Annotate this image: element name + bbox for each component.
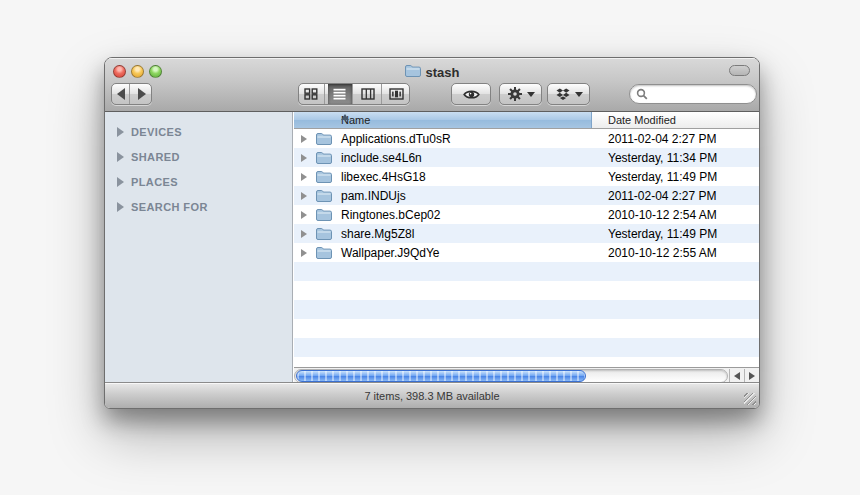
- main-content: DEVICES SHARED PLACES SEARCH FOR Name: [105, 112, 759, 384]
- disclosure-triangle-icon[interactable]: [301, 192, 307, 200]
- list-header: Name Date Modified: [294, 112, 760, 129]
- sidebar-label: PLACES: [131, 176, 178, 188]
- forward-button[interactable]: [133, 84, 151, 104]
- coverflow-view-button[interactable]: [385, 84, 410, 104]
- file-date-modified: Yesterday, 11:49 PM: [608, 170, 717, 184]
- grid-icon: [304, 88, 318, 100]
- folder-icon: [316, 227, 332, 243]
- sidebar-item-devices[interactable]: DEVICES: [105, 119, 292, 144]
- quick-look-button[interactable]: [451, 83, 491, 105]
- resize-grip-icon[interactable]: [744, 393, 756, 405]
- disclosure-triangle-icon[interactable]: [117, 177, 124, 187]
- disclosure-triangle-icon[interactable]: [301, 230, 307, 238]
- action-button[interactable]: [499, 83, 542, 105]
- empty-row: [294, 262, 760, 281]
- disclosure-triangle-icon[interactable]: [117, 202, 124, 212]
- view-mode-control: [298, 83, 410, 105]
- folder-icon: [316, 170, 332, 186]
- file-name: share.Mg5Z8l: [341, 227, 414, 241]
- coverflow-icon: [389, 88, 404, 100]
- disclosure-triangle-icon[interactable]: [301, 173, 307, 181]
- dropbox-icon: [555, 87, 571, 102]
- table-row[interactable]: include.se4L6n Yesterday, 11:34 PM: [294, 148, 760, 167]
- empty-row: [294, 319, 760, 338]
- column-header-name[interactable]: Name: [294, 112, 592, 128]
- file-name: include.se4L6n: [341, 151, 422, 165]
- file-name: pam.INDUjs: [341, 189, 406, 203]
- nav-buttons: [111, 83, 152, 105]
- arrow-left-icon: [734, 372, 740, 380]
- chevron-down-icon: [575, 92, 583, 97]
- title-toolbar: stash: [105, 58, 759, 112]
- table-row[interactable]: pam.INDUjs 2011-02-04 2:27 PM: [294, 186, 760, 205]
- icon-view-button[interactable]: [299, 84, 325, 104]
- table-row[interactable]: Ringtones.bCep02 2010-10-12 2:54 AM: [294, 205, 760, 224]
- sidebar-item-shared[interactable]: SHARED: [105, 144, 292, 169]
- file-list-pane: Name Date Modified Applications.dTu0sR 2…: [294, 112, 760, 384]
- table-row[interactable]: Wallpaper.J9QdYe 2010-10-12 2:55 AM: [294, 243, 760, 262]
- disclosure-triangle-icon[interactable]: [301, 249, 307, 257]
- folder-icon: [405, 63, 421, 81]
- empty-row: [294, 281, 760, 300]
- folder-icon: [316, 151, 332, 167]
- table-row[interactable]: Applications.dTu0sR 2011-02-04 2:27 PM: [294, 129, 760, 148]
- folder-icon: [316, 246, 332, 262]
- file-name: Wallpaper.J9QdYe: [341, 246, 440, 260]
- back-button[interactable]: [112, 84, 130, 104]
- file-date-modified: Yesterday, 11:34 PM: [608, 151, 717, 165]
- file-date-modified: 2010-10-12 2:55 AM: [608, 246, 717, 260]
- scrollbar-track[interactable]: [294, 369, 728, 383]
- sidebar-label: SHARED: [131, 151, 180, 163]
- arrow-right-icon: [749, 372, 755, 380]
- table-row[interactable]: libexec.4HsG18 Yesterday, 11:49 PM: [294, 167, 760, 186]
- file-name: Applications.dTu0sR: [341, 132, 451, 146]
- empty-row: [294, 357, 760, 367]
- sidebar-label: DEVICES: [131, 126, 182, 138]
- gear-icon: [507, 86, 523, 102]
- empty-row: [294, 338, 760, 357]
- window-title: stash: [426, 65, 460, 80]
- scroll-left-button[interactable]: [729, 369, 744, 383]
- toolbar-toggle-button[interactable]: [729, 65, 750, 76]
- file-date-modified: 2010-10-12 2:54 AM: [608, 208, 717, 222]
- file-name: libexec.4HsG18: [341, 170, 426, 184]
- columns-icon: [361, 88, 375, 100]
- disclosure-triangle-icon[interactable]: [117, 127, 124, 137]
- scrollbar-thumb[interactable]: [296, 370, 586, 382]
- column-header-date-modified[interactable]: Date Modified: [593, 112, 760, 128]
- search-icon: [636, 88, 648, 100]
- file-date-modified: 2011-02-04 2:27 PM: [608, 189, 717, 203]
- finder-window: stash: [104, 57, 760, 409]
- disclosure-triangle-icon[interactable]: [301, 135, 307, 143]
- list-icon: [333, 88, 346, 100]
- empty-row: [294, 300, 760, 319]
- file-date-modified: Yesterday, 11:49 PM: [608, 227, 717, 241]
- folder-icon: [316, 208, 332, 224]
- window-title-group: stash: [105, 63, 759, 81]
- eye-icon: [463, 88, 480, 101]
- sidebar: DEVICES SHARED PLACES SEARCH FOR: [105, 112, 293, 384]
- status-bar: 7 items, 398.3 MB available: [105, 382, 759, 408]
- search-field: [629, 84, 757, 104]
- file-rows: Applications.dTu0sR 2011-02-04 2:27 PM i…: [294, 129, 760, 367]
- list-view-button[interactable]: [328, 84, 354, 104]
- disclosure-triangle-icon[interactable]: [301, 211, 307, 219]
- column-view-button[interactable]: [356, 84, 382, 104]
- file-name: Ringtones.bCep02: [341, 208, 440, 222]
- dropbox-button[interactable]: [547, 83, 590, 105]
- folder-icon: [316, 189, 332, 205]
- scrollbar-arrows: [729, 369, 759, 383]
- folder-icon: [316, 132, 332, 148]
- table-row[interactable]: share.Mg5Z8l Yesterday, 11:49 PM: [294, 224, 760, 243]
- search-input[interactable]: [651, 88, 747, 100]
- file-date-modified: 2011-02-04 2:27 PM: [608, 132, 717, 146]
- status-text: 7 items, 398.3 MB available: [364, 390, 499, 402]
- sort-ascending-icon: [341, 114, 349, 120]
- column-label: Date Modified: [608, 114, 676, 126]
- sidebar-item-places[interactable]: PLACES: [105, 169, 292, 194]
- chevron-down-icon: [527, 92, 535, 97]
- disclosure-triangle-icon[interactable]: [301, 154, 307, 162]
- scroll-right-button[interactable]: [744, 369, 759, 383]
- sidebar-item-search-for[interactable]: SEARCH FOR: [105, 194, 292, 219]
- disclosure-triangle-icon[interactable]: [117, 152, 124, 162]
